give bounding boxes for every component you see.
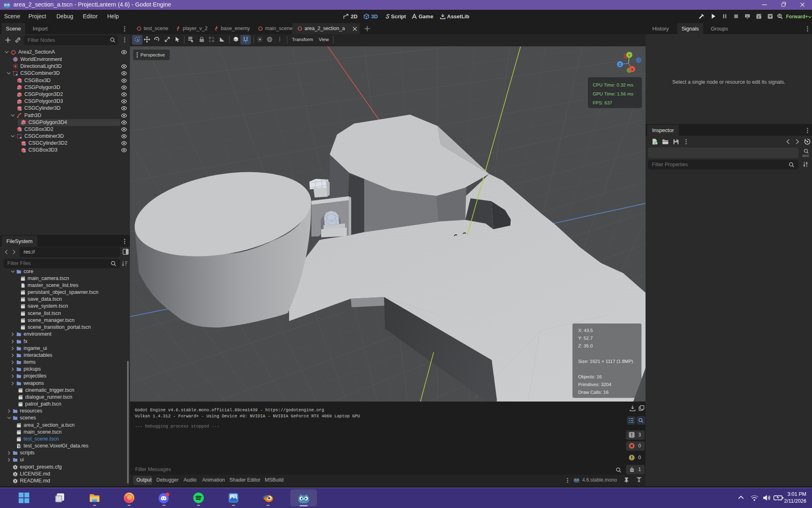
svg-text:Z: Z	[619, 63, 621, 67]
svg-text:DOC: DOC	[803, 154, 810, 158]
svg-text:X: X	[631, 67, 633, 72]
svg-text:Y: Y	[628, 53, 631, 57]
